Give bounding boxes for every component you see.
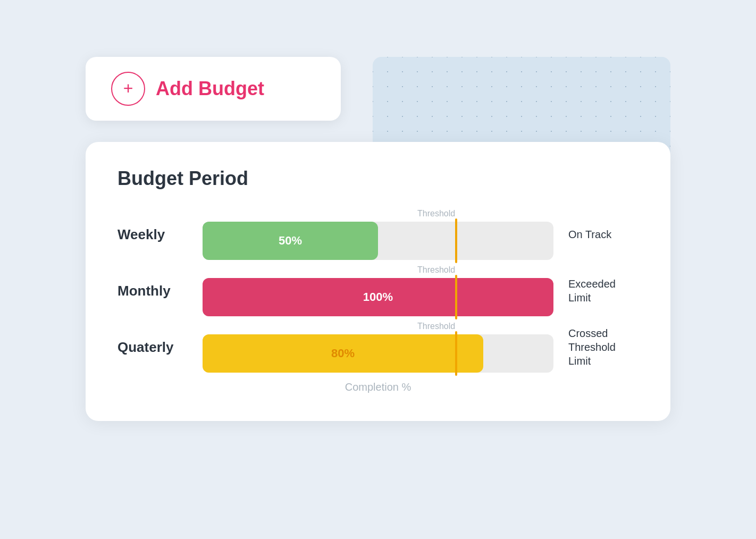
- quaterly-threshold-label: Threshold: [417, 322, 455, 331]
- monthly-bar-wrapper: Threshold 100%: [203, 265, 553, 316]
- weekly-threshold-label: Threshold: [417, 209, 455, 218]
- weekly-bar-wrapper: Threshold 50%: [203, 209, 553, 260]
- outer-wrapper: + Add Budget Budget Period Weekly Thresh…: [86, 57, 670, 482]
- weekly-threshold-label-row: Threshold: [203, 209, 553, 218]
- budget-row-weekly: Weekly Threshold 50% On Track: [117, 209, 639, 260]
- budget-panel: Budget Period Weekly Threshold 50% On T: [86, 142, 670, 421]
- weekly-bar-fill: 50%: [203, 222, 378, 260]
- monthly-bar-track: 100%: [203, 278, 553, 316]
- add-budget-icon-circle: +: [111, 72, 145, 106]
- quaterly-bar-track: 80%: [203, 334, 553, 373]
- monthly-status: Exceeded Limit: [553, 277, 639, 305]
- completion-label-row: Completion %: [117, 381, 639, 393]
- monthly-label: Monthly: [117, 283, 203, 299]
- add-budget-card[interactable]: + Add Budget: [86, 57, 341, 121]
- row-group-weekly: Weekly Threshold 50% On Track: [117, 209, 639, 260]
- budget-period-title: Budget Period: [117, 167, 639, 190]
- quaterly-threshold-marker: [455, 331, 457, 376]
- monthly-percentage: 100%: [363, 290, 393, 304]
- weekly-status: On Track: [553, 228, 639, 241]
- completion-label: Completion %: [203, 381, 639, 393]
- quaterly-label: Quaterly: [117, 339, 203, 356]
- weekly-bar-track: 50%: [203, 222, 553, 260]
- weekly-label: Weekly: [117, 226, 203, 243]
- add-budget-label: Add Budget: [156, 78, 264, 100]
- weekly-percentage: 50%: [279, 234, 302, 248]
- monthly-threshold-marker: [455, 275, 457, 319]
- plus-icon: +: [123, 80, 133, 97]
- quaterly-status: Crossed Threshold Limit: [553, 326, 639, 368]
- row-group-quaterly: Quaterly Threshold 80% Crossed Threshold…: [117, 322, 639, 373]
- quaterly-percentage: 80%: [331, 347, 355, 360]
- monthly-threshold-label: Threshold: [417, 265, 455, 275]
- quaterly-bar-fill: 80%: [203, 334, 483, 373]
- budget-row-quaterly: Quaterly Threshold 80% Crossed Threshold…: [117, 322, 639, 373]
- row-group-monthly: Monthly Threshold 100% Exceeded Limit: [117, 265, 639, 316]
- quaterly-threshold-label-row: Threshold: [203, 322, 553, 331]
- quaterly-bar-wrapper: Threshold 80%: [203, 322, 553, 373]
- budget-row-monthly: Monthly Threshold 100% Exceeded Limit: [117, 265, 639, 316]
- weekly-threshold-marker: [455, 218, 457, 263]
- monthly-bar-fill: 100%: [203, 278, 553, 316]
- monthly-threshold-label-row: Threshold: [203, 265, 553, 275]
